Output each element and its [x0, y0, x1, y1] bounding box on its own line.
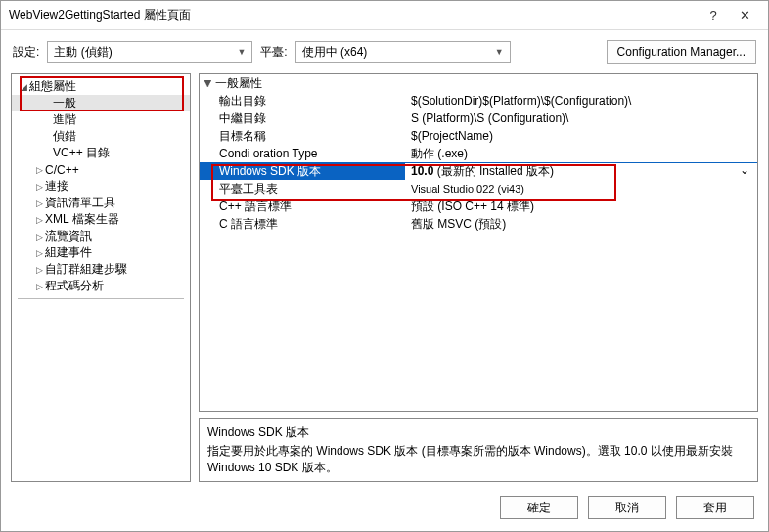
tree-item[interactable]: ▷C/C++ [12, 161, 190, 178]
category-tree[interactable]: ◢ 組態屬性 一般進階偵錯VC++ 目錄▷C/C++▷連接▷資訊清單工具▷XML… [11, 73, 191, 482]
property-grid[interactable]: ⯆ 一般屬性 輸出目錄$(SolutionDir)$(Platform)\$(C… [199, 73, 758, 412]
property-name: 輸出目錄 [200, 93, 405, 110]
ok-button[interactable]: 確定 [500, 496, 578, 519]
property-value[interactable]: 動作 (.exe) [405, 146, 757, 162]
expand-icon[interactable]: ▷ [33, 199, 45, 208]
close-button[interactable]: ✕ [729, 8, 760, 22]
property-value[interactable]: S (Platform)\S (Configuration)\ [405, 111, 757, 125]
property-row[interactable]: 目標名稱$(ProjectName) [200, 127, 757, 145]
titlebar: WebView2GettingStarted 屬性頁面 ? ✕ [1, 1, 768, 30]
property-name: C 語言標準 [200, 216, 405, 233]
tree-item-label: 程式碼分析 [45, 278, 104, 294]
tree-item[interactable]: 進階 [12, 111, 190, 128]
tree-item[interactable]: ▷流覽資訊 [12, 228, 190, 244]
tree-item-label: 組建事件 [45, 244, 92, 261]
tree-item[interactable]: ▷連接 [12, 178, 190, 195]
platform-value: 使用中 (x64) [302, 44, 368, 61]
description-panel: Windows SDK 版本 指定要用於此專案的 Windows SDK 版本 … [199, 418, 758, 482]
tree-item-label: 進階 [53, 111, 76, 128]
config-toolbar: 設定: 主動 (偵錯) ▼ 平臺: 使用中 (x64) ▼ Configurat… [1, 30, 768, 73]
window-title: WebView2GettingStarted 屬性頁面 [9, 7, 698, 23]
platform-select[interactable]: 使用中 (x64) ▼ [295, 41, 511, 63]
property-row[interactable]: C++ 語言標準預設 (ISO C++ 14 標準) [200, 198, 757, 215]
tree-divider [18, 298, 184, 304]
expand-icon[interactable]: ▷ [33, 282, 45, 291]
tree-item[interactable]: ▷XML 檔案生器 [12, 211, 190, 228]
collapse-icon[interactable]: ⯆ [200, 78, 215, 88]
property-value[interactable]: $(ProjectName) [405, 129, 757, 143]
configuration-select[interactable]: 主動 (偵錯) ▼ [47, 41, 252, 63]
property-row[interactable]: C 語言標準舊版 MSVC (預設) [200, 215, 757, 233]
tree-item[interactable]: ▷組建事件 [12, 244, 190, 261]
property-value[interactable]: 預設 (ISO C++ 14 標準) [405, 199, 757, 215]
configuration-value: 主動 (偵錯) [54, 44, 112, 61]
expand-icon[interactable]: ▷ [33, 265, 45, 275]
property-row[interactable]: 輸出目錄$(SolutionDir)$(Platform)\$(Configur… [200, 92, 757, 110]
property-name: Condi oration Type [200, 147, 405, 160]
property-name: 目標名稱 [200, 128, 405, 145]
expand-icon[interactable]: ▷ [33, 215, 45, 225]
tree-item-label: 流覽資訊 [45, 228, 92, 244]
tree-item-label: C/C++ [45, 163, 79, 177]
property-name: 中繼目錄 [200, 111, 405, 127]
tree-item[interactable]: ▷自訂群組建步驟 [12, 261, 190, 278]
tree-item[interactable]: ▷資訊清單工具 [12, 195, 190, 211]
tree-item-label: 資訊清單工具 [45, 195, 115, 211]
property-pages-dialog: WebView2GettingStarted 屬性頁面 ? ✕ 設定: 主動 (… [0, 0, 769, 532]
property-row[interactable]: Windows SDK 版本10.0 (最新的 Installed 版本) ⌄ [200, 162, 757, 180]
configuration-manager-button[interactable]: Configuration Manager... [607, 40, 756, 64]
property-name: 平臺工具表 [200, 181, 405, 198]
tree-item-label: 一般 [53, 95, 76, 111]
tree-item-label: 自訂群組建步驟 [45, 261, 127, 278]
tree-item[interactable]: ▷程式碼分析 [12, 278, 190, 294]
property-value[interactable]: 10.0 (最新的 Installed 版本) ⌄ [405, 163, 757, 180]
expand-icon[interactable]: ▷ [33, 182, 45, 192]
property-value[interactable]: Visual Studio 022 (vi43) [405, 183, 757, 195]
property-name: C++ 語言標準 [200, 199, 405, 215]
help-button[interactable]: ? [698, 8, 729, 22]
cancel-button[interactable]: 取消 [588, 496, 666, 519]
expand-icon[interactable]: ▷ [33, 232, 45, 242]
tree-item-label: 連接 [45, 178, 68, 195]
collapse-icon[interactable]: ◢ [18, 82, 29, 92]
apply-button[interactable]: 套用 [676, 496, 754, 519]
property-group-header[interactable]: ⯆ 一般屬性 [200, 74, 757, 92]
description-title: Windows SDK 版本 [207, 424, 749, 441]
tree-item[interactable]: 偵錯 [12, 128, 190, 145]
chevron-down-icon: ▼ [237, 47, 246, 57]
property-row[interactable]: 平臺工具表Visual Studio 022 (vi43) [200, 180, 757, 198]
platform-label: 平臺: [260, 44, 287, 61]
chevron-down-icon: ▼ [495, 47, 504, 57]
expand-icon[interactable]: ▷ [33, 248, 45, 258]
config-label: 設定: [13, 44, 39, 61]
tree-item-label: XML 檔案生器 [45, 211, 119, 228]
property-row[interactable]: 中繼目錄S (Platform)\S (Configuration)\ [200, 110, 757, 127]
tree-item[interactable]: 一般 [12, 95, 190, 111]
dropdown-icon[interactable]: ⌄ [740, 163, 757, 177]
tree-item-label: VC++ 目錄 [53, 145, 110, 161]
tree-root[interactable]: ◢ 組態屬性 [12, 78, 190, 95]
expand-icon[interactable]: ▷ [33, 165, 45, 175]
tree-item[interactable]: VC++ 目錄 [12, 145, 190, 161]
tree-item-label: 偵錯 [53, 128, 76, 145]
property-value[interactable]: 舊版 MSVC (預設) [405, 216, 757, 233]
property-row[interactable]: Condi oration Type動作 (.exe) [200, 145, 757, 162]
description-text: 指定要用於此專案的 Windows SDK 版本 (目標專案所需的版本 Wind… [207, 443, 749, 476]
dialog-footer: 確定 取消 套用 [1, 488, 768, 531]
property-name: Windows SDK 版本 [200, 163, 405, 180]
property-value[interactable]: $(SolutionDir)$(Platform)\$(Configuratio… [405, 94, 757, 108]
